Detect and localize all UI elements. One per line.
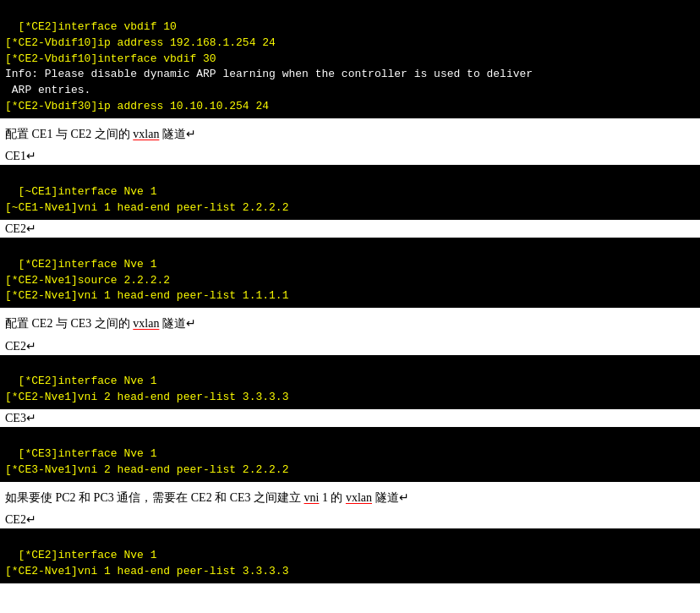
terminal-line-1: [*CE2]interface vbdif 10 [*CE2-Vbdif10]i… [5,20,276,65]
section-title-text: 配置 CE1 与 CE2 之间的 vxlan 隧道↵ [5,128,196,140]
terminal-block-4: [*CE2]interface Nve 1 [*CE2-Nve1]vni 2 h… [0,355,700,410]
vxlan-underline-2: vxlan [133,317,159,330]
terminal-line-last: [*CE2-Vbdif30]ip address 10.10.10.254 24 [5,100,269,112]
label-ce1: CE1↵ [0,147,700,165]
terminal-info-please: Please [45,68,85,80]
section-ce2-ce3-title: 配置 CE2 与 CE3 之间的 vxlan 隧道↵ [0,308,700,337]
terminal-block-5: [*CE3]interface Nve 1 [*CE3-Nve1]vni 2 h… [0,427,700,482]
terminal-block-1: [*CE2]interface vbdif 10 [*CE2-Vbdif10]i… [0,0,700,118]
terminal-info-rest: disable dynamic ARP learning when the co… [5,68,533,96]
vni-underline: vni [304,491,320,504]
label-ce2-2: CE2↵ [0,337,700,355]
terminal-block-2: [~CE1]interface Nve 1 [~CE1-Nve1]vni 1 h… [0,165,700,220]
section-ce1-ce2-title: 配置 CE1 与 CE2 之间的 vxlan 隧道↵ [0,118,700,147]
terminal-block-3: [*CE2]interface Nve 1 [*CE2-Nve1]source … [0,238,700,308]
terminal-block-6: [*CE2]interface Nve 1 [*CE2-Nve1]vni 1 h… [0,528,700,583]
label-ce3: CE3↵ [0,409,700,427]
label-ce2-1: CE2↵ [0,220,700,238]
vxlan-underline-1: vxlan [133,128,159,140]
label-ce2-3: CE2↵ [0,511,700,528]
vxlan-underline-3: vxlan [346,491,372,504]
terminal-info-line: Info: [5,68,45,80]
section-pc2-pc3-title: 如果要使 PC2 和 PC3 通信，需要在 CE2 和 CE3 之间建立 vni… [0,482,700,511]
